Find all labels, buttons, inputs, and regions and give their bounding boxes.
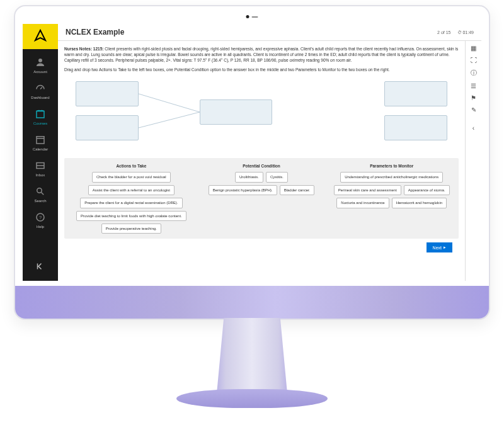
app-logo[interactable] — [23, 24, 58, 49]
svg-line-7 — [42, 193, 44, 195]
option-categories: Actions to Take Check the bladder for a … — [64, 158, 459, 239]
monitor-frame: Account Dashboard Courses Calendar Inbox — [14, 5, 490, 320]
category-condition: Potential Condition Urolithiasis. Cystit… — [200, 163, 324, 234]
sidebar-label: Calendar — [33, 147, 48, 151]
sidebar-item-search[interactable]: Search — [23, 182, 58, 207]
chevron-right-icon: ▸ — [444, 245, 446, 250]
sidebar-item-account[interactable]: Account — [23, 53, 58, 77]
toolbar-collapse[interactable]: ‹ — [472, 125, 474, 132]
page-title: NCLEX Example — [66, 28, 124, 37]
svg-line-10 — [139, 94, 200, 112]
nurses-notes: Nurses Notes: 1215: Client presents with… — [64, 46, 459, 63]
monitor-stand — [208, 318, 296, 394]
main-content: NCLEX Example 2 of 15 ⏱ 01:49 Nurses Not… — [58, 24, 481, 281]
drop-diagram — [64, 77, 459, 153]
option-parameter[interactable]: Perineal skin care and assessment — [334, 185, 401, 195]
option-condition[interactable]: Cystitis. — [266, 172, 288, 182]
category-parameters: Parameters to Monitor Understanding of p… — [329, 163, 454, 234]
tool-info[interactable]: ⓘ — [471, 69, 477, 77]
logo-icon — [33, 29, 48, 44]
help-icon: ? — [35, 212, 46, 223]
dropzone-parameter-2[interactable] — [384, 115, 447, 140]
category-title: Parameters to Monitor — [329, 163, 454, 169]
svg-text:?: ? — [39, 215, 42, 220]
courses-icon — [35, 108, 46, 120]
monitor-bezel — [15, 286, 489, 319]
dashboard-icon — [35, 82, 46, 94]
sidebar-item-courses[interactable]: Courses — [23, 105, 58, 129]
option-parameter[interactable]: Hematocrit and hemoglobin — [392, 198, 447, 208]
svg-rect-2 — [37, 137, 44, 144]
question-content: Nurses Notes: 1215: Client presents with… — [58, 41, 465, 281]
option-parameter[interactable]: Nocturia and incontinence — [336, 198, 389, 208]
inbox-icon — [35, 160, 46, 171]
dropzone-action-1[interactable] — [76, 81, 139, 106]
collapse-icon — [35, 261, 46, 272]
option-parameter[interactable]: Understanding of prescribed anticholiner… — [340, 172, 443, 182]
sidebar-collapse-button[interactable] — [35, 254, 46, 281]
sidebar-label: Help — [37, 225, 44, 229]
next-button[interactable]: Next ▸ — [427, 242, 452, 252]
sidebar-label: Account — [33, 70, 47, 74]
tool-edit[interactable]: ✎ — [471, 106, 476, 113]
tool-flag[interactable]: ⚑ — [471, 94, 476, 101]
camera — [246, 15, 258, 18]
option-condition[interactable]: Urolithiasis. — [235, 172, 263, 182]
instructions: Drag and drop two Actions to Take to the… — [64, 67, 459, 72]
sidebar-label: Inbox — [36, 173, 45, 177]
svg-line-1 — [40, 88, 42, 89]
dropzone-action-2[interactable] — [76, 115, 139, 140]
sidebar-label: Search — [34, 199, 46, 203]
tool-expand[interactable]: ⛶ — [471, 57, 477, 64]
search-icon — [35, 186, 46, 197]
category-actions: Actions to Take Check the bladder for a … — [69, 163, 193, 234]
svg-point-0 — [38, 59, 42, 62]
sidebar-label: Courses — [33, 122, 47, 125]
option-condition[interactable]: Bladder cancer. — [280, 185, 315, 195]
account-icon — [35, 57, 46, 68]
category-title: Potential Condition — [200, 163, 324, 169]
tool-calculator[interactable]: ▦ — [471, 45, 476, 52]
option-action[interactable]: Prepare the client for a digital rectal … — [80, 198, 182, 208]
calendar-icon — [35, 134, 46, 145]
option-action[interactable]: Assist the client with a referral to an … — [88, 185, 175, 195]
sidebar-item-calendar[interactable]: Calendar — [23, 130, 58, 155]
sidebar: Account Dashboard Courses Calendar Inbox — [23, 24, 58, 281]
tool-notes[interactable]: ☰ — [471, 82, 476, 89]
option-condition[interactable]: Benign prostatic hyperplasia (BPH). — [209, 185, 277, 195]
svg-point-6 — [37, 188, 42, 193]
monitor-foot — [176, 389, 328, 408]
dropzone-parameter-1[interactable] — [384, 81, 447, 106]
option-action[interactable]: Provide diet teaching to limit foods wit… — [76, 211, 186, 221]
option-parameter[interactable]: Appearance of stoma. — [404, 185, 450, 195]
sidebar-item-help[interactable]: ? Help — [23, 208, 58, 232]
sidebar-label: Dashboard — [31, 96, 49, 99]
sidebar-item-inbox[interactable]: Inbox — [23, 156, 58, 181]
option-action[interactable]: Check the bladder for a post void residu… — [92, 172, 171, 182]
screen: Account Dashboard Courses Calendar Inbox — [23, 24, 481, 281]
category-title: Actions to Take — [69, 163, 193, 169]
timer: ⏱ 01:49 — [457, 30, 474, 35]
dropzone-condition[interactable] — [200, 99, 272, 125]
svg-line-11 — [139, 112, 200, 128]
progress-counter: 2 of 15 — [437, 30, 450, 35]
option-action[interactable]: Provide preoperative teaching. — [101, 224, 161, 234]
sidebar-item-dashboard[interactable]: Dashboard — [23, 79, 58, 103]
right-toolbar: ▦ ⛶ ⓘ ☰ ⚑ ✎ ‹ — [465, 41, 481, 281]
page-header: NCLEX Example 2 of 15 ⏱ 01:49 — [58, 24, 481, 41]
